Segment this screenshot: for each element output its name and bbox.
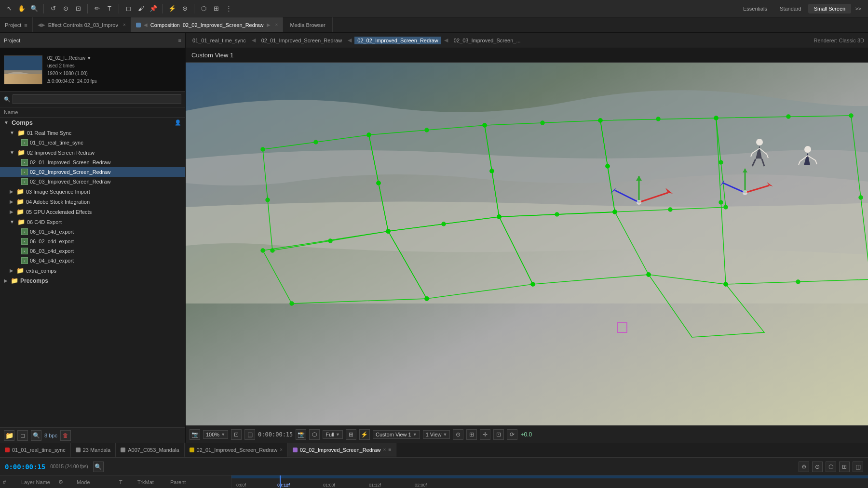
- toolbar-sep-5: [194, 4, 194, 13]
- comp-tab-a007[interactable]: A007_C053_Mandala: [116, 443, 184, 457]
- comp-tab-close-02-01[interactable]: ×: [280, 447, 283, 452]
- toggle-switches-icon[interactable]: ◫: [853, 462, 863, 472]
- workspace-more[interactable]: >>: [852, 4, 864, 13]
- comp-tab-02-02[interactable]: 02_02_Improved_Screen_Redraw × ≡: [288, 443, 396, 457]
- transparency-icon[interactable]: ⬡: [309, 429, 320, 440]
- folder-gpu-effects[interactable]: ▶ 📁 05 GPU Accelerated Effects: [0, 207, 185, 217]
- puppet-tool-icon[interactable]: ⚡: [167, 3, 177, 14]
- viewer-snapshot-icon[interactable]: 📷: [190, 429, 200, 440]
- comp-label-02-02: 02_02_Improved_Screen_Redraw: [30, 169, 111, 175]
- svg-point-53: [497, 215, 501, 219]
- effect-tab-close[interactable]: ×: [123, 22, 126, 27]
- camera-icon[interactable]: 📸: [296, 429, 306, 440]
- graph-editor-icon[interactable]: ⊞: [839, 462, 850, 472]
- comp-tab-02-01[interactable]: 02_01_Improved_Screen_Redraw ×: [185, 443, 288, 457]
- item-06-02[interactable]: ▪ 06_02_c4d_export: [0, 237, 185, 246]
- composition-tab[interactable]: ◀ Composition 02_02_Improved_Screen_Redr…: [131, 17, 284, 32]
- folder-adobe-stock[interactable]: ▶ 📁 04 Adobe Stock Integration: [0, 197, 185, 207]
- comp-tab-close[interactable]: ×: [275, 22, 278, 27]
- camera-track-icon[interactable]: ⊡: [73, 3, 83, 14]
- comp-tab-01-01[interactable]: 01_01_real_time_sync: [0, 443, 71, 457]
- text-tool-icon[interactable]: T: [104, 3, 115, 14]
- zoom-tool-icon[interactable]: 🔍: [29, 3, 40, 14]
- quality-control[interactable]: Full ▼: [323, 430, 343, 439]
- svg-rect-0: [4, 56, 42, 84]
- pen-tool-icon[interactable]: ✏: [92, 3, 102, 14]
- render-icon[interactable]: ⟳: [507, 429, 517, 440]
- folder-image-sequence[interactable]: ▶ 📁 03 Image Sequence Import: [0, 186, 185, 197]
- align-tool-icon[interactable]: ⊞: [211, 3, 221, 14]
- folder-precomps[interactable]: ▶ 📁 Precomps: [0, 276, 185, 286]
- nav-item-02-01[interactable]: 02_01_Improved_Screen_Redraw: [258, 37, 345, 44]
- search-timeline-icon[interactable]: 🔍: [93, 462, 104, 472]
- solo-icon[interactable]: ⚙: [799, 462, 809, 472]
- comp-tab-mandala[interactable]: 23 Mandala: [71, 443, 116, 457]
- pin-tool-icon[interactable]: 📌: [148, 3, 159, 14]
- new-folder-icon[interactable]: 📁: [4, 430, 14, 441]
- brush-tool-icon[interactable]: 🖌: [136, 3, 146, 14]
- nav-item-02-03[interactable]: 02_03_Improved_Screen_...: [451, 37, 524, 44]
- item-06-04[interactable]: ▪ 06_04_c4d_export: [0, 256, 185, 265]
- exposure-value: +0.0: [520, 431, 532, 438]
- frame-blend-icon[interactable]: ⬡: [826, 462, 836, 472]
- select-tool-icon[interactable]: ↖: [4, 3, 14, 14]
- layout-value: 1 View: [426, 432, 442, 437]
- search-icon: 🔍: [4, 96, 11, 103]
- pixel-aspect-icon[interactable]: ◫: [244, 429, 255, 440]
- fast-preview-icon[interactable]: ⚡: [359, 429, 370, 440]
- layout-control[interactable]: 1 View ▼: [423, 430, 450, 439]
- effect-controls-tab[interactable]: ◀▶ Effect Controls 02_03_Improv ×: [33, 17, 131, 32]
- viewport[interactable]: [186, 63, 868, 425]
- timeline-control-icons: ⚙ ⊙ ⬡ ⊞ ◫: [799, 462, 863, 472]
- folder-c4d-export[interactable]: ▼ 📁 06 C4D Export: [0, 217, 185, 227]
- svg-point-59: [787, 115, 790, 119]
- resolution-icon[interactable]: ⊞: [346, 429, 356, 440]
- grid-icon[interactable]: ⊞: [466, 429, 477, 440]
- isi-folder-icon: 📁: [16, 188, 24, 195]
- timeline-ruler[interactable]: 0:00f 00:12f 01:00f 01:12f 02:00f: [231, 475, 868, 488]
- overlay-icon[interactable]: ⊡: [493, 429, 504, 440]
- folder-extra-comps[interactable]: ▶ 📁 extra_comps: [0, 265, 185, 276]
- project-tab[interactable]: Project ≡: [0, 17, 33, 32]
- zoom-control[interactable]: 100% ▼: [203, 430, 228, 439]
- 3d-tool-icon[interactable]: ⬡: [198, 3, 209, 14]
- item-01-01-real-time-sync[interactable]: ▪ 01_01_real_time_sync: [0, 138, 185, 147]
- stereo-icon[interactable]: ⊙: [453, 429, 463, 440]
- motion-blur-icon[interactable]: ⊙: [812, 462, 823, 472]
- workspace-essentials[interactable]: Essentials: [737, 4, 773, 13]
- roto-tool-icon[interactable]: ⊛: [179, 3, 190, 14]
- asi-folder-icon: 📁: [16, 198, 24, 205]
- folder-real-time-sync[interactable]: ▼ 📁 01 Real Time Sync: [0, 128, 185, 138]
- guide-icon[interactable]: ✛: [480, 429, 490, 440]
- item-06-01[interactable]: ▪ 06_01_c4d_export: [0, 227, 185, 237]
- find-icon[interactable]: 🔍: [31, 430, 41, 441]
- camera-orbit-icon[interactable]: ⊙: [60, 3, 71, 14]
- search-input[interactable]: [13, 94, 181, 104]
- delete-icon[interactable]: 🗑: [60, 430, 71, 441]
- warp-tool-icon[interactable]: ⋮: [223, 3, 234, 14]
- region-icon[interactable]: ⊡: [231, 429, 242, 440]
- nav-item-02-02-active[interactable]: 02_02_Improved_Screen_Redraw: [354, 37, 441, 44]
- project-panel-menu-icon[interactable]: ≡: [178, 38, 181, 43]
- item-02-01[interactable]: ▪ 02_01_Improved_Screen_Redraw: [0, 158, 185, 167]
- shape-tool-icon[interactable]: ◻: [123, 3, 134, 14]
- nav-item-01-01[interactable]: 01_01_real_time_sync: [190, 37, 249, 44]
- item-06-03[interactable]: ▪ 06_03_c4d_export: [0, 246, 185, 256]
- comp-tab-close-02-02[interactable]: ×: [383, 447, 386, 452]
- viewer-nav: 01_01_real_time_sync ◀ 02_01_Improved_Sc…: [186, 33, 868, 48]
- project-tab-menu[interactable]: ≡: [24, 22, 27, 28]
- item-02-03[interactable]: ▪ 02_03_Improved_Screen_Redraw: [0, 177, 185, 186]
- folder-improved-screen-redraw[interactable]: ▼ 📁 02 Improved Screen Redraw: [0, 147, 185, 158]
- svg-point-52: [531, 282, 535, 286]
- toolbar-sep-1: [43, 4, 44, 13]
- media-browser-tab[interactable]: Media Browser: [283, 17, 332, 32]
- workspace-standard[interactable]: Standard: [774, 4, 807, 13]
- hand-tool-icon[interactable]: ✋: [16, 3, 27, 14]
- item-02-02[interactable]: ▪ 02_02_Improved_Screen_Redraw: [0, 167, 185, 177]
- workspace-small-screen[interactable]: Small Screen: [808, 4, 851, 13]
- view-select-control[interactable]: Custom View 1 ▼: [373, 430, 420, 439]
- comps-section-header[interactable]: ▼ Comps 👤: [0, 118, 185, 128]
- new-comp-icon[interactable]: ◻: [17, 430, 28, 441]
- rotate-tool-icon[interactable]: ↺: [48, 3, 58, 14]
- comp-label-01-01: 01_01_real_time_sync: [30, 140, 83, 145]
